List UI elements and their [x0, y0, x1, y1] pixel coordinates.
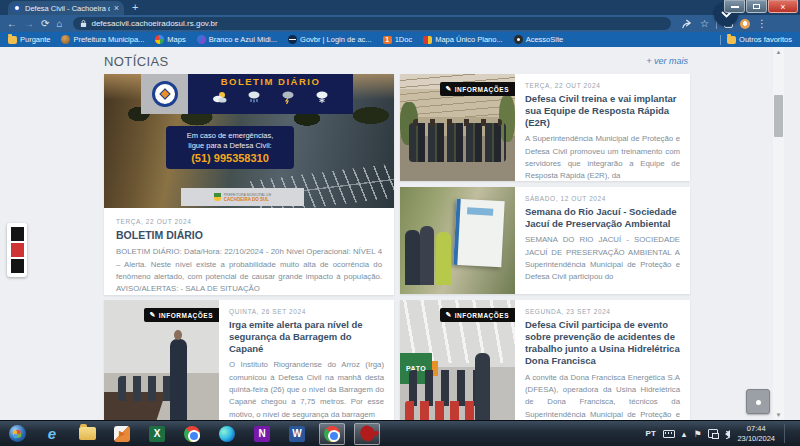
edge-icon [219, 426, 235, 442]
taskbar-excel[interactable]: X [144, 423, 170, 445]
article-body: A convite da Dona Francisca Energética S… [525, 372, 680, 420]
banner-title-box: BOLETIM DIÁRIO [188, 74, 353, 114]
article-card-rio-jacui[interactable]: SÁBADO, 12 OUT 2024 Semana do Rio Jacuí … [400, 187, 690, 294]
article-card-usina[interactable]: PATO ✎ INFORMAÇÕES SEGUNDA, 23 SET 2024 … [400, 300, 690, 420]
browser-tab[interactable]: Defesa Civil - Cachoeira do Sul × [8, 1, 124, 15]
reload-icon[interactable]: ⟳ [41, 19, 49, 29]
informacoes-badge: ✎ INFORMAÇÕES [440, 308, 515, 322]
pencil-icon: ✎ [445, 85, 451, 93]
see-more-link[interactable]: + ver mais [646, 56, 688, 66]
onenote-icon: N [254, 426, 270, 442]
scrollbar-thumb[interactable] [774, 95, 783, 137]
prefeitura-footer-strip: PREFEITURA MUNICIPAL DE CACHOEIRA DO SUL [181, 188, 304, 206]
article-title[interactable]: Semana do Rio Jacuí - Sociedade Jacuí de… [525, 206, 680, 230]
map-icon [423, 36, 432, 44]
article-photo-e2r: ✎ INFORMAÇÕES [400, 74, 515, 181]
webpage-viewport: NOTÍCIAS + ver mais BOLETIM DIÁRIO [0, 47, 800, 420]
site-favicon [13, 4, 21, 12]
person-decor [405, 230, 420, 286]
forward-icon[interactable]: → [24, 19, 34, 29]
banner-title: BOLETIM DIÁRIO [221, 76, 321, 87]
bookmark-branco-azul[interactable]: Branco e Azul Midi... [197, 35, 277, 44]
home-icon[interactable]: ⌂ [56, 19, 62, 29]
floating-widget-button[interactable] [746, 389, 770, 414]
weather-snow-icon [314, 90, 330, 104]
globe-icon [288, 35, 297, 44]
article-card-irga[interactable]: ✎ INFORMAÇÕES QUINTA, 26 SET 2024 Irga e… [104, 300, 394, 420]
bookmark-purgante[interactable]: Purgante [8, 35, 50, 44]
window-maximize-button[interactable] [746, 0, 767, 13]
taskbar-word[interactable]: W [284, 423, 310, 445]
speaker-icon[interactable] [725, 430, 730, 438]
address-bar[interactable]: defesacivil.cachoeiradosul.rs.gov.br [73, 17, 671, 30]
article-card-boletim[interactable]: BOLETIM DIÁRIO [104, 74, 394, 295]
page-scrollbar[interactable]: ▲ ▼ [773, 47, 784, 420]
language-indicator[interactable]: PT [646, 429, 656, 438]
article-date: SÁBADO, 12 OUT 2024 [525, 195, 680, 202]
share-icon[interactable] [682, 19, 693, 29]
article-title[interactable]: Defesa Civil treina e vai implantar sua … [525, 93, 680, 129]
browser-menu-icon[interactable]: ⋮ [757, 19, 767, 29]
start-button[interactable] [4, 423, 30, 445]
system-tray: PT ▴ ⚑ 07:44 23/10/2024 [646, 424, 796, 444]
article-date: SEGUNDA, 23 SET 2024 [525, 308, 680, 315]
bookmark-maps[interactable]: Maps [155, 35, 185, 44]
show-desktop-button[interactable] [784, 424, 790, 444]
extension-icon[interactable] [740, 19, 750, 29]
bookmarks-bar: Purgante Prefeitura Municipa... Maps Bra… [0, 32, 800, 47]
bookmark-mapa-unico[interactable]: Mapa Único Plano... [423, 35, 503, 44]
taskbar-internet-explorer[interactable]: e [39, 423, 65, 445]
action-center-flag-icon[interactable]: ⚑ [693, 429, 701, 439]
prefeitura-shield-icon [214, 193, 221, 201]
network-icon[interactable] [708, 429, 718, 438]
taskbar-media-player[interactable]: ▶ [109, 423, 135, 445]
taskbar-chrome-active-window[interactable] [319, 423, 345, 445]
bookmark-acessosite[interactable]: AcessoSite [514, 35, 564, 44]
taskbar-clock[interactable]: 07:44 23/10/2024 [737, 424, 775, 444]
widget-black-button[interactable] [11, 227, 24, 241]
bookmark-prefeitura[interactable]: Prefeitura Municipa... [61, 35, 144, 44]
article-date: TERÇA, 22 OUT 2024 [116, 218, 382, 225]
news-grid: BOLETIM DIÁRIO [104, 74, 690, 420]
taskbar-chrome[interactable] [179, 423, 205, 445]
maps-pin-icon [155, 35, 164, 44]
emergency-line2: ligue para a Defesa Civil: [166, 141, 294, 151]
section-title: NOTÍCIAS [104, 54, 169, 69]
article-card-e2r[interactable]: ✎ INFORMAÇÕES TERÇA, 22 OUT 2024 Defesa … [400, 74, 690, 181]
window-close-button[interactable]: × [768, 0, 798, 13]
bookmark-star-icon[interactable]: ☆ [700, 19, 709, 29]
prefeitura-line1: PREFEITURA MUNICIPAL DE [224, 193, 271, 197]
keyboard-icon[interactable] [663, 430, 675, 438]
scroll-down-arrow[interactable]: ▼ [773, 410, 784, 420]
taskbar-onenote[interactable]: N [249, 423, 275, 445]
article-photo-irga: ✎ INFORMAÇÕES [104, 300, 219, 420]
windows-taskbar: e ▶ X N W PT ▴ ⚑ 07:44 23/10/2024 [0, 420, 800, 446]
seated-people-decor [118, 376, 178, 401]
article-title[interactable]: BOLETIM DIÁRIO [116, 229, 382, 242]
article-title[interactable]: Irga emite alerta para nível de seguranç… [229, 319, 384, 355]
taskbar-file-explorer[interactable] [74, 423, 100, 445]
other-bookmarks-button[interactable]: Outros favoritos [727, 35, 792, 44]
widget-red-button[interactable] [11, 243, 24, 257]
taskbar-edge[interactable] [214, 423, 240, 445]
new-tab-button[interactable]: + [132, 2, 138, 13]
article-title[interactable]: Defesa Civil participa de evento sobre p… [525, 319, 680, 368]
boletim-banner-image: BOLETIM DIÁRIO [104, 74, 394, 208]
tray-expand-icon[interactable]: ▴ [682, 429, 687, 439]
widget-black-button[interactable] [11, 259, 24, 273]
taskbar-red-app[interactable] [354, 423, 380, 445]
back-icon[interactable]: ← [7, 19, 17, 29]
accessibility-side-widget[interactable] [7, 223, 27, 277]
word-icon: W [289, 426, 305, 442]
standing-person-decor [475, 353, 490, 420]
scroll-up-arrow[interactable]: ▲ [773, 47, 784, 57]
window-minimize-button[interactable] [724, 0, 745, 13]
info-panel-decor [454, 199, 506, 268]
bookmark-govbr[interactable]: Govbr | Login de ac... [288, 35, 372, 44]
bookmark-1doc[interactable]: 11Doc [383, 35, 413, 44]
site-icon [514, 35, 523, 44]
chrome-icon [184, 426, 200, 442]
article-photo-rio-jacui [400, 187, 515, 294]
weather-partly-cloudy-icon [212, 90, 228, 104]
tab-close-icon[interactable]: × [114, 4, 119, 13]
